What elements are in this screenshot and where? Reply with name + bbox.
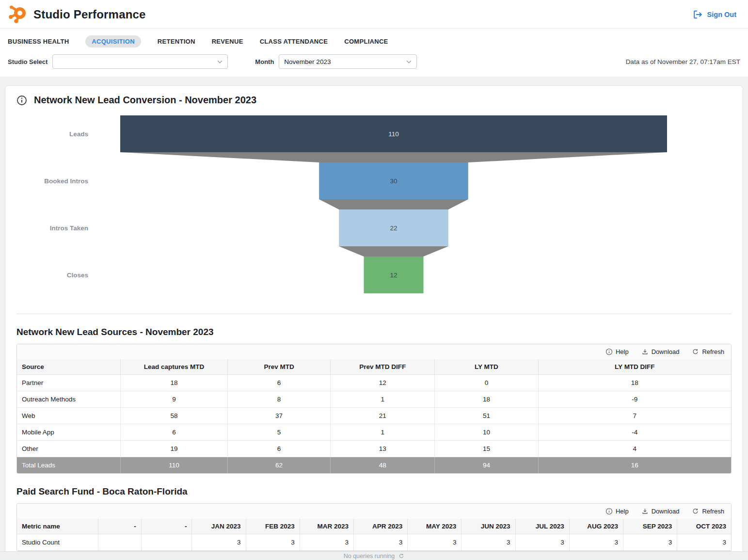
refresh-icon <box>692 348 699 355</box>
dashboard-content: Network New Lead Conversion - November 2… <box>0 77 748 560</box>
total-cell: 110 <box>121 457 228 474</box>
tab-retention[interactable]: RETENTION <box>158 35 195 48</box>
cell: 3 <box>300 534 353 551</box>
cell: 3 <box>515 534 569 551</box>
help-label: Help <box>616 348 629 355</box>
cell: 6 <box>228 375 331 391</box>
tab-compliance[interactable]: COMPLIANCE <box>344 35 388 48</box>
studio-select[interactable] <box>52 54 228 69</box>
funnel-value-label: 22 <box>390 224 397 232</box>
column-header-metric-name[interactable]: Metric name <box>17 519 98 534</box>
app-header: Studio Performance Sign Out <box>0 0 748 29</box>
row-label: Studio Count <box>17 534 98 551</box>
cell: 8 <box>228 391 331 408</box>
funnel-connector <box>339 246 448 256</box>
column-header-ly-mtd-diff[interactable]: LY MTD DIFF <box>538 359 731 375</box>
help-button[interactable]: Help <box>605 508 629 515</box>
total-cell: 48 <box>331 457 435 474</box>
column-header-prev-mtd[interactable]: Prev MTD <box>228 359 331 375</box>
table-row: Mobile App65110-4 <box>17 424 731 441</box>
tab-acquisition[interactable]: ACQUISITION <box>85 35 141 48</box>
cell: 3 <box>246 534 300 551</box>
cell: 3 <box>353 534 407 551</box>
tab-class-attendance[interactable]: CLASS ATTENDANCE <box>260 35 328 48</box>
refresh-label: Refresh <box>702 348 724 355</box>
cell: 5 <box>228 424 331 441</box>
help-label: Help <box>616 508 629 515</box>
row-label: Partner <box>17 375 121 391</box>
chevron-down-icon <box>406 60 412 64</box>
query-status-text: No queries running <box>344 553 395 560</box>
cell: 6 <box>228 441 331 457</box>
refresh-button[interactable]: Refresh <box>692 508 724 515</box>
cell: 19 <box>121 441 228 457</box>
paid-search-title: Paid Search Fund - Boca Raton-Florida <box>16 486 732 497</box>
column-header-source[interactable]: Source <box>17 359 121 375</box>
column-header-aug-2023[interactable]: AUG 2023 <box>569 519 623 534</box>
refresh-icon <box>692 508 699 515</box>
refresh-button[interactable]: Refresh <box>692 348 724 355</box>
info-icon[interactable] <box>16 95 27 106</box>
row-label: Web <box>17 408 121 424</box>
sign-out-icon <box>692 9 703 20</box>
column-header-sep-2023[interactable]: SEP 2023 <box>623 519 677 534</box>
sign-out-button[interactable]: Sign Out <box>688 7 740 22</box>
lead-sources-title: Network New Lead Sources - November 2023 <box>16 327 732 337</box>
sync-icon[interactable] <box>398 553 404 559</box>
cell: 37 <box>228 408 331 424</box>
column-header-apr-2023[interactable]: APR 2023 <box>353 519 407 534</box>
lead-sources-table-block: Help Download Refresh SourceLead capture… <box>16 344 732 474</box>
column-header-may-2023[interactable]: MAY 2023 <box>408 519 462 534</box>
funnel-value-label: 30 <box>390 177 397 185</box>
cell: 3 <box>462 534 515 551</box>
column-header-jun-2023[interactable]: JUN 2023 <box>462 519 515 534</box>
total-cell: 94 <box>435 457 539 474</box>
total-row: Total Leads11062489416 <box>17 457 731 474</box>
cell: 3 <box>192 534 246 551</box>
table-row: Partner18612018 <box>17 375 731 391</box>
cell: -9 <box>538 391 731 408</box>
cell: 3 <box>623 534 677 551</box>
cell: 12 <box>331 375 435 391</box>
funnel-chart-title: Network New Lead Conversion - November 2… <box>34 95 256 106</box>
column-header-jul-2023[interactable]: JUL 2023 <box>515 519 569 534</box>
column-header-mar-2023[interactable]: MAR 2023 <box>300 519 353 534</box>
page-title: Studio Performance <box>33 8 146 21</box>
column-header-col[interactable]: - <box>141 519 192 534</box>
help-icon <box>605 508 613 515</box>
column-header-ly-mtd[interactable]: LY MTD <box>435 359 539 375</box>
funnel-connector <box>120 152 667 162</box>
paid-search-table-block: Help Download Refresh Metric name--JAN 2… <box>16 503 732 551</box>
studio-select-label: Studio Select <box>8 58 48 65</box>
cell: 3 <box>408 534 462 551</box>
column-header-prev-mtd-diff[interactable]: Prev MTD DIFF <box>331 359 435 375</box>
query-status-bar: No queries running <box>0 551 748 560</box>
column-header-col[interactable]: - <box>98 519 141 534</box>
download-button[interactable]: Download <box>641 508 680 515</box>
cell: 18 <box>435 391 539 408</box>
row-label: Other <box>17 441 121 457</box>
cell <box>98 534 141 551</box>
row-label: Mobile App <box>17 424 121 441</box>
cell: 58 <box>121 408 228 424</box>
total-row-label: Total Leads <box>17 457 121 474</box>
cell: 10 <box>435 424 539 441</box>
tab-business-health[interactable]: BUSINESS HEALTH <box>8 35 69 48</box>
column-header-lead-captures-mtd[interactable]: Lead captures MTD <box>121 359 228 375</box>
column-header-jan-2023[interactable]: JAN 2023 <box>192 519 246 534</box>
funnel-chart: 110Leads30Booked Intros22Intros Taken12C… <box>16 115 732 295</box>
table-row: Web583721517 <box>17 408 731 424</box>
paid-search-toolbar: Help Download Refresh <box>17 504 731 519</box>
cell: 9 <box>121 391 228 408</box>
tab-revenue[interactable]: REVENUE <box>212 35 243 48</box>
cell: 18 <box>538 375 731 391</box>
download-button[interactable]: Download <box>641 348 680 355</box>
cell: 15 <box>435 441 539 457</box>
download-icon <box>641 348 649 355</box>
month-select[interactable]: November 2023 <box>279 54 417 69</box>
help-button[interactable]: Help <box>605 348 629 355</box>
column-header-oct-2023[interactable]: OCT 2023 <box>677 519 731 534</box>
column-header-feb-2023[interactable]: FEB 2023 <box>246 519 300 534</box>
filter-bar: Studio Select Month November 2023 Data a… <box>0 50 748 77</box>
download-label: Download <box>652 348 680 355</box>
